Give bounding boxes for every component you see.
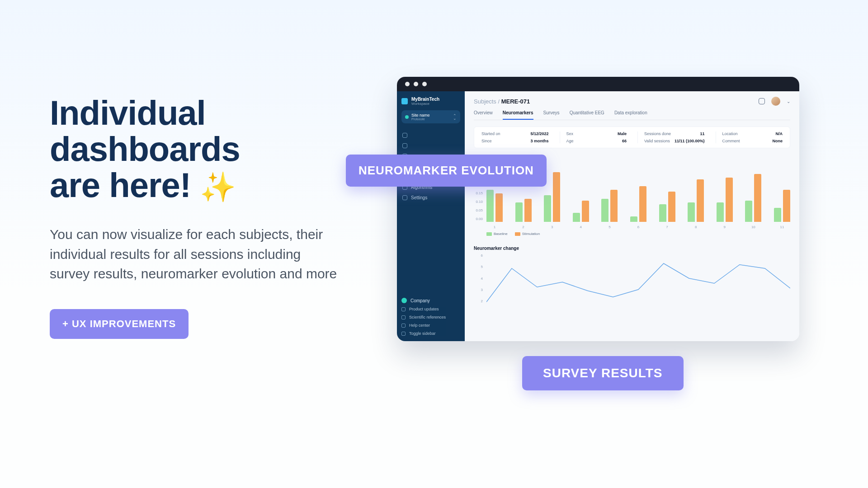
company-label: Company (410, 298, 430, 303)
bar-baseline (486, 190, 494, 222)
main-panel: Subjects / MERE-071 ⌄ Overview Neuromark… (465, 91, 799, 341)
bar-baseline (717, 202, 724, 222)
x-tick: 5 (601, 225, 618, 229)
bar-stimulation (582, 201, 589, 222)
window-dot-icon (414, 82, 418, 86)
bar-group: 11 (774, 169, 790, 229)
bar-baseline (601, 199, 609, 222)
chevron-down-icon[interactable]: ⌄ (787, 99, 790, 104)
site-sub: Protocole (411, 117, 430, 121)
bell-icon[interactable] (759, 98, 765, 104)
bar-group: 8 (688, 169, 704, 229)
chart-title: Neuromarker change (474, 246, 790, 251)
x-tick: 6 (630, 225, 646, 229)
link-icon (401, 307, 406, 311)
x-tick: 4 (573, 225, 589, 229)
breadcrumb: Subjects / MERE-071 (474, 98, 530, 105)
bar-baseline (630, 216, 637, 222)
x-tick: 10 (745, 225, 761, 229)
sidebar-links: Product updates Scientific references He… (401, 307, 460, 336)
bar-baseline (745, 201, 752, 222)
tab-neuromarkers[interactable]: Neuromarkers (503, 110, 533, 120)
bar-stimulation (495, 193, 503, 222)
link-icon (401, 315, 406, 319)
bar-stimulation (754, 174, 761, 222)
sidebar-link-scientific-references[interactable]: Scientific references (401, 315, 460, 319)
window-dot-icon (405, 82, 410, 86)
brand-name: MyBrainTech (411, 97, 439, 102)
bar-stimulation (639, 186, 646, 222)
window-dot-icon (422, 82, 427, 86)
brand-sub: Workspace (411, 102, 439, 106)
sidebar-link-toggle-sidebar[interactable]: Toggle sidebar (401, 331, 460, 336)
sidebar-item-settings[interactable]: Settings (401, 195, 460, 201)
ux-improvements-button[interactable]: + UX IMPROVEMENTS (50, 309, 189, 339)
x-tick: 11 (774, 225, 790, 229)
bar-stimulation (668, 192, 675, 222)
hero-body: You can now visualize for each subjects,… (50, 225, 339, 284)
bar-baseline (544, 195, 551, 222)
sidebar-item[interactable] (401, 132, 460, 138)
chart-neuromarker-change: Neuromarker change 65432 (474, 246, 790, 303)
window-titlebar (397, 77, 799, 91)
x-tick: 3 (544, 225, 560, 229)
bar-baseline (688, 202, 695, 222)
nav-icon (402, 133, 407, 138)
x-tick: 9 (717, 225, 733, 229)
x-tick: 1 (486, 225, 503, 229)
sidebar-link-help-center[interactable]: Help center (401, 323, 460, 328)
bar-group: 10 (745, 169, 761, 229)
bar-stimulation (610, 190, 618, 222)
sparkle-icon: ✨ (200, 171, 236, 203)
avatar[interactable] (771, 97, 780, 106)
tag-neuromarker-evolution: NEUROMARKER EVOLUTION (346, 155, 547, 187)
legend-swatch-stimulation (515, 232, 520, 236)
tab-data-exploration[interactable]: Data exploration (614, 110, 647, 120)
sidebar-item[interactable] (401, 143, 460, 149)
legend: Baseline Stimulation (474, 232, 790, 236)
sidebar: MyBrainTech Workspace Site name Protocol… (397, 91, 465, 341)
legend-swatch-baseline (486, 232, 492, 236)
bar-stimulation (524, 199, 532, 222)
chevron-updown-icon: ⌃⌄ (453, 114, 457, 120)
tab-surveys[interactable]: Surveys (543, 110, 560, 120)
x-tick: 8 (688, 225, 704, 229)
tab-quantitative-eeg[interactable]: Quantitative EEG (570, 110, 604, 120)
sidebar-link-product-updates[interactable]: Product updates (401, 307, 460, 311)
hero-title: Individual dashboards are here! ✨ (50, 95, 339, 203)
line-chart (486, 253, 790, 303)
tabs: Overview Neuromarkers Surveys Quantitati… (474, 110, 790, 120)
tag-survey-results: SURVEY RESULTS (522, 356, 684, 390)
crumb-leaf: MERE-071 (501, 98, 530, 105)
nav-icon (402, 195, 407, 200)
brand: MyBrainTech Workspace (401, 97, 460, 106)
hero: Individual dashboards are here! ✨ You ca… (50, 95, 339, 339)
bar-baseline (659, 204, 666, 222)
x-tick: 7 (659, 225, 675, 229)
hero-title-line2: dashboards (50, 131, 339, 167)
site-selector[interactable]: Site name Protocole ⌃⌄ (401, 110, 460, 123)
bar-group: 9 (717, 169, 733, 229)
bar-group: 4 (573, 169, 589, 229)
bar-baseline (774, 208, 781, 222)
y-axis: 65432 (474, 253, 485, 303)
brand-icon (401, 98, 408, 104)
hero-title-line3: are here! ✨ (50, 167, 339, 203)
x-tick: 2 (515, 225, 532, 229)
company-icon (401, 298, 407, 303)
bar-baseline (515, 202, 523, 222)
site-status-icon (405, 115, 409, 119)
link-icon (401, 332, 406, 336)
bar-baseline (573, 213, 580, 222)
bar-stimulation (697, 179, 704, 222)
bar-stimulation (726, 178, 733, 222)
bar-group: 7 (659, 169, 675, 229)
crumb-root[interactable]: Subjects (474, 98, 496, 105)
company-selector[interactable]: Company (401, 298, 460, 303)
dashboard-screenshot: MyBrainTech Workspace Site name Protocol… (397, 77, 799, 341)
bar-stimulation (553, 172, 560, 222)
tab-overview[interactable]: Overview (474, 110, 493, 120)
nav-icon (402, 143, 407, 148)
subject-info: Started on5/12/2022 Since3 months SexMal… (474, 127, 790, 148)
link-icon (401, 324, 406, 328)
